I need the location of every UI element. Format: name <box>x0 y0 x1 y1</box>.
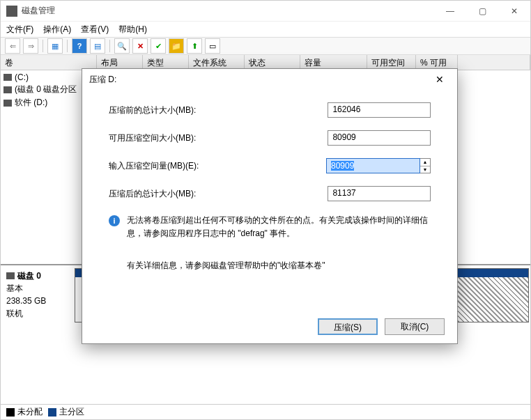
shrink-dialog: 压缩 D: ✕ 压缩前的总计大小(MB): 162046 可用压缩空间大小(MB… <box>82 68 458 344</box>
close-button[interactable]: ✕ <box>498 1 530 21</box>
menu-view[interactable]: 查看(V) <box>81 24 109 36</box>
app-icon <box>6 6 17 17</box>
toolbar-btn-1[interactable]: ▦ <box>47 38 63 54</box>
info-icon: i <box>109 215 120 226</box>
menu-action[interactable]: 操作(A) <box>43 24 71 36</box>
col-capacity[interactable]: 容量 <box>300 55 367 70</box>
toolbar-btn-3[interactable]: ▤ <box>90 38 105 54</box>
col-free[interactable]: 可用空间 <box>367 55 416 70</box>
legend-unalloc: 未分配 <box>6 406 43 418</box>
volume-icon <box>3 74 12 81</box>
field-input: 输入压缩空间量(MB)(E): ▲ ▼ <box>109 158 431 173</box>
close-icon[interactable]: ✕ <box>429 74 450 85</box>
dialog-body: 压缩前的总计大小(MB): 162046 可用压缩空间大小(MB): 80909… <box>82 90 457 310</box>
toolbar-btn-9[interactable]: ▭ <box>205 38 220 54</box>
value-after: 81137 <box>328 186 431 201</box>
dialog-titlebar: 压缩 D: ✕ <box>82 69 457 90</box>
col-percent[interactable]: % 可用 <box>416 55 458 70</box>
label-avail: 可用压缩空间大小(MB): <box>109 132 328 144</box>
shrink-amount-input[interactable] <box>326 158 420 173</box>
back-button[interactable]: ⇐ <box>5 38 20 54</box>
menu-help[interactable]: 帮助(H) <box>118 24 147 36</box>
shrink-button[interactable]: 压缩(S) <box>318 318 378 335</box>
toolbar-btn-4[interactable]: 🔍 <box>114 38 130 54</box>
col-type[interactable]: 类型 <box>143 55 189 70</box>
disk-info: 磁盘 0 基本 238.35 GB 联机 <box>1 265 73 325</box>
delete-button[interactable]: ✕ <box>132 38 148 54</box>
toolbar-btn-7[interactable]: 📁 <box>169 38 184 54</box>
legend-primary: 主分区 <box>48 406 84 418</box>
disk-icon <box>6 272 15 279</box>
toolbar-btn-6[interactable]: ✔ <box>151 38 166 54</box>
col-layout[interactable]: 布局 <box>97 55 143 70</box>
minimize-button[interactable]: — <box>434 1 466 21</box>
dialog-title: 压缩 D: <box>89 74 429 86</box>
col-volume[interactable]: 卷 <box>1 55 97 70</box>
spin-down-button[interactable]: ▼ <box>420 166 430 173</box>
volume-icon <box>3 100 12 107</box>
legend: 未分配 主分区 <box>1 404 530 419</box>
label-input: 输入压缩空间量(MB)(E): <box>109 160 326 172</box>
value-avail: 80909 <box>328 130 431 146</box>
titlebar: 磁盘管理 — ▢ ✕ <box>1 1 530 22</box>
help-button[interactable]: ? <box>72 38 87 54</box>
label-before: 压缩前的总计大小(MB): <box>109 104 328 116</box>
info-text: 无法将卷压缩到超出任何不可移动的文件所在的点。有关完成该操作时间的详细信息，请参… <box>127 214 431 240</box>
toolbar-btn-8[interactable]: ⬆ <box>187 38 202 54</box>
disk-status: 联机 <box>6 307 68 320</box>
spin-up-button[interactable]: ▲ <box>420 159 430 166</box>
disk-type: 基本 <box>6 282 68 295</box>
field-before: 压缩前的总计大小(MB): 162046 <box>109 102 431 118</box>
field-avail: 可用压缩空间大小(MB): 80909 <box>109 130 431 146</box>
field-after: 压缩后的总计大小(MB): 81137 <box>109 186 431 201</box>
dialog-footer: 压缩(S) 取消(C) <box>82 310 457 343</box>
volume-label: 软件 (D:) <box>15 97 47 109</box>
disk-size: 238.35 GB <box>6 295 68 307</box>
help-text: 有关详细信息，请参阅磁盘管理帮助中的"收缩基本卷" <box>127 260 431 272</box>
menu-file[interactable]: 文件(F) <box>6 24 33 36</box>
window-title: 磁盘管理 <box>22 5 434 17</box>
col-status[interactable]: 状态 <box>245 55 300 70</box>
forward-button[interactable]: ⇒ <box>23 38 38 54</box>
toolbar: ⇐ ⇒ ▦ ? ▤ 🔍 ✕ ✔ 📁 ⬆ ▭ <box>1 37 530 55</box>
maximize-button[interactable]: ▢ <box>466 1 498 21</box>
info-row: i 无法将卷压缩到超出任何不可移动的文件所在的点。有关完成该操作时间的详细信息，… <box>109 214 431 240</box>
volume-icon <box>3 86 12 93</box>
cancel-button[interactable]: 取消(C) <box>385 318 445 335</box>
volume-label: (C:) <box>15 72 29 82</box>
value-before: 162046 <box>328 102 431 118</box>
col-fs[interactable]: 文件系统 <box>189 55 245 70</box>
volume-label: (磁盘 0 磁盘分区 <box>15 84 77 95</box>
disk-title: 磁盘 0 <box>17 270 41 282</box>
menubar: 文件(F) 操作(A) 查看(V) 帮助(H) <box>1 22 530 37</box>
label-after: 压缩后的总计大小(MB): <box>109 188 328 200</box>
